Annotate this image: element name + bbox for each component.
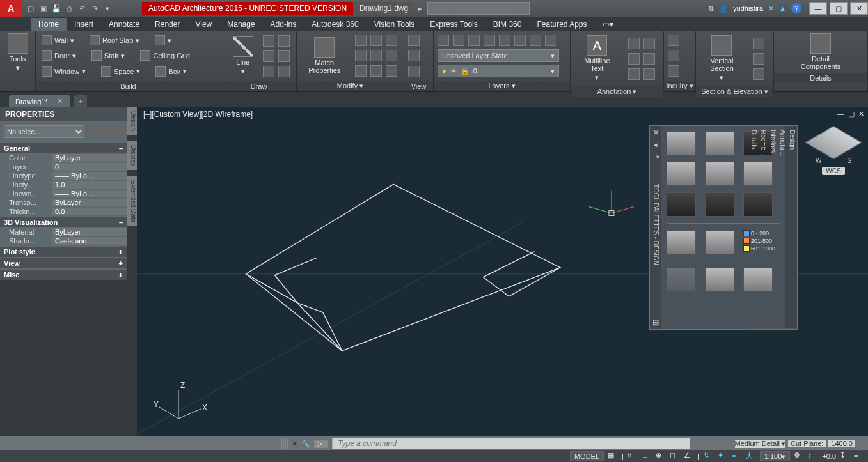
- channel-display[interactable]: Display: [127, 141, 137, 170]
- viewport[interactable]: [–][Custom View][2D Wireframe] — ▢ ✕: [137, 107, 868, 436]
- grid-icon[interactable]: ▦: [608, 451, 618, 461]
- detail-components-button[interactable]: Detail Components: [774, 31, 867, 73]
- palette-tab-design[interactable]: Design: [787, 126, 797, 329]
- tab-featuredapps[interactable]: Featured Apps: [529, 18, 594, 31]
- palette-tab-annota[interactable]: Annota...: [778, 126, 787, 329]
- prop-row[interactable]: ColorByLayer: [0, 153, 127, 162]
- layer-prev-icon[interactable]: [530, 35, 541, 46]
- tab-expresstools[interactable]: Express Tools: [422, 18, 485, 31]
- replace-z-icon[interactable]: ↧: [840, 451, 850, 461]
- elevation-value[interactable]: +0.0: [822, 452, 836, 460]
- cat-collapsed[interactable]: Plot style+: [0, 247, 127, 257]
- panel-details-title[interactable]: Details: [774, 73, 867, 83]
- tab-bim360[interactable]: BIM 360: [485, 18, 530, 31]
- tab-visiontools[interactable]: Vision Tools: [367, 18, 423, 31]
- close-button[interactable]: ✕: [850, 2, 868, 15]
- tool-column[interactable]: [705, 268, 734, 292]
- save-icon[interactable]: 💾: [51, 3, 61, 13]
- pickadd-icon[interactable]: [100, 127, 110, 137]
- layer-off-icon[interactable]: [453, 35, 464, 46]
- match-properties-button[interactable]: Match Properties: [303, 35, 345, 77]
- stretch-icon[interactable]: [355, 65, 367, 77]
- prop-row[interactable]: MaterialByLayer: [0, 227, 127, 236]
- tab-a360[interactable]: Autodesk 360: [304, 18, 366, 31]
- dim-icon[interactable]: [628, 38, 640, 49]
- scale-icon[interactable]: [370, 65, 382, 77]
- roofslab-button[interactable]: Roof Slab ▾: [88, 35, 141, 46]
- tool-stair[interactable]: [705, 162, 734, 186]
- ellipse-icon[interactable]: [263, 66, 274, 77]
- cmd-options-icon[interactable]: 🔧: [301, 440, 310, 448]
- sec3-icon[interactable]: [753, 68, 764, 80]
- layer-current-dropdown[interactable]: ●☀🔒0▾: [438, 65, 559, 77]
- tool-palette[interactable]: ✕ ◂ ⇥ TOOL PALETTES - DESIGN ▤ 0 - 20020…: [649, 125, 798, 330]
- layer-state-dropdown[interactable]: Unsaved Layer State▾: [438, 49, 559, 62]
- selection-dropdown[interactable]: No selec...: [4, 125, 84, 138]
- scale-dropdown[interactable]: 1:100 ▾: [760, 451, 791, 461]
- panel-build-title[interactable]: Build: [36, 81, 221, 91]
- tool-curtainwall[interactable]: [667, 192, 696, 217]
- tab-home[interactable]: Home: [31, 18, 67, 31]
- tab-view[interactable]: View: [187, 18, 219, 31]
- palette-props-icon[interactable]: ▤: [652, 318, 659, 327]
- fillet-icon[interactable]: [386, 50, 397, 61]
- polar-icon[interactable]: ⊕: [656, 451, 666, 461]
- cat-general[interactable]: General–: [0, 143, 127, 153]
- maximize-button[interactable]: ▢: [830, 2, 848, 15]
- cmd-close-icon[interactable]: ✕: [292, 440, 297, 448]
- viewcube-cube[interactable]: [805, 126, 862, 159]
- print-icon[interactable]: ⎙: [64, 3, 74, 13]
- anno-icon[interactable]: 人: [746, 451, 756, 461]
- table-icon[interactable]: [643, 53, 655, 65]
- ceilinggrid-button[interactable]: Ceiling Grid: [138, 50, 191, 61]
- panel-annotation-title[interactable]: Annotation ▾: [571, 86, 663, 97]
- tool-door[interactable]: [705, 131, 734, 155]
- tools-button[interactable]: Tools▾: [0, 31, 35, 75]
- tab-addins[interactable]: Add-ins: [263, 18, 304, 31]
- ribbon-overflow-icon[interactable]: ▭▾: [595, 18, 621, 31]
- model-button[interactable]: MODEL: [570, 451, 604, 461]
- tab-insert[interactable]: Insert: [67, 18, 101, 31]
- channel-design[interactable]: Design: [127, 107, 137, 135]
- snap-icon[interactable]: ⌗: [627, 451, 638, 461]
- view-hide-icon[interactable]: [408, 35, 420, 46]
- palette-tab-details[interactable]: Details: [749, 126, 759, 329]
- mirror-icon[interactable]: [370, 50, 382, 61]
- palette-collapse-icon[interactable]: ◂: [654, 141, 658, 149]
- tool-roof[interactable]: [705, 230, 734, 254]
- move-icon[interactable]: [355, 35, 367, 46]
- leader-icon[interactable]: [643, 38, 655, 49]
- autodesk360-icon[interactable]: ▲: [779, 4, 786, 12]
- add-tab-button[interactable]: +: [74, 95, 87, 107]
- tag-icon[interactable]: [628, 53, 640, 65]
- scale-icon[interactable]: [628, 68, 640, 80]
- circle-icon[interactable]: [263, 50, 274, 62]
- mtext-button[interactable]: AMultiline Text▾: [579, 33, 615, 84]
- palette-close-icon[interactable]: ✕: [653, 128, 659, 137]
- command-input[interactable]: [332, 438, 690, 449]
- panel-view-title[interactable]: View: [404, 81, 433, 91]
- layer-more-icon[interactable]: [545, 35, 556, 46]
- tab-render[interactable]: Render: [147, 18, 187, 31]
- cat-collapsed[interactable]: Misc+: [0, 270, 127, 280]
- cmd-grip-icon[interactable]: [281, 438, 288, 449]
- prop-row[interactable]: Layer0: [0, 162, 127, 171]
- cat-3dvis[interactable]: 3D Visualization–: [0, 217, 127, 227]
- prop-row[interactable]: Linewe...—— ByLa...: [0, 189, 127, 198]
- lineweight-icon[interactable]: ≡: [732, 451, 742, 461]
- palette-handle[interactable]: ✕ ◂ ⇥ TOOL PALETTES - DESIGN ▤: [650, 126, 661, 329]
- palette-tab-roomb[interactable]: Roomb...: [759, 126, 768, 329]
- tool-dwa[interactable]: [705, 192, 734, 217]
- panel-draw-title[interactable]: Draw: [221, 81, 296, 91]
- door-button[interactable]: Door ▾: [40, 50, 78, 61]
- arc-icon[interactable]: [263, 35, 274, 47]
- tool-slab[interactable]: [667, 230, 696, 254]
- prop-row[interactable]: Transp...ByLayer: [0, 198, 127, 207]
- box-button[interactable]: Box ▾: [154, 66, 189, 77]
- layer-lock-icon[interactable]: [468, 35, 480, 46]
- stair-button[interactable]: Stair ▾: [90, 50, 127, 61]
- dynucs-icon[interactable]: ↯: [704, 451, 714, 461]
- layer-iso-icon[interactable]: [484, 35, 495, 46]
- selectobj-icon[interactable]: [113, 127, 123, 137]
- viewcube[interactable]: WS WCS: [808, 127, 859, 190]
